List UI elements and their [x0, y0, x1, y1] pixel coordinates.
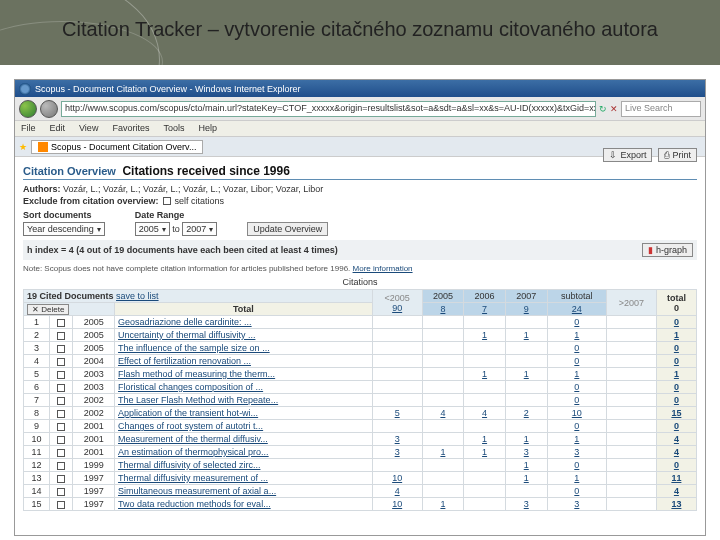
total-2005[interactable]: 8	[422, 303, 464, 316]
exclude-row: Exclude from citation overview: self cit…	[23, 196, 697, 206]
row-checkbox[interactable]	[57, 475, 65, 483]
exclude-label: Exclude from citation overview:	[23, 196, 159, 206]
row-checkbox[interactable]	[57, 384, 65, 392]
row-checkbox[interactable]	[57, 449, 65, 457]
cited-docs-label: 19 Cited Documents	[27, 291, 114, 301]
window-title: Scopus - Document Citation Overview - Wi…	[35, 84, 301, 94]
row-checkbox[interactable]	[57, 488, 65, 496]
total-2006[interactable]: 7	[464, 303, 506, 316]
table-row: 131997Thermal diffusivity measurement of…	[24, 472, 697, 485]
document-link[interactable]: Flash method of measuring the therm...	[118, 369, 275, 379]
export-button[interactable]: ⇩Export	[603, 148, 652, 162]
tab-bar: ★ Scopus - Document Citation Overv...	[15, 137, 705, 157]
row-checkbox[interactable]	[57, 345, 65, 353]
overview-header: Citation Overview Citations received sin…	[23, 161, 697, 180]
browser-tab[interactable]: Scopus - Document Citation Overv...	[31, 140, 203, 154]
row-checkbox[interactable]	[57, 501, 65, 509]
document-link[interactable]: Effect of fertilization renovation ...	[118, 356, 251, 366]
export-icon: ⇩	[609, 150, 617, 160]
col-2007: 2007	[505, 290, 547, 303]
col-total: total0	[656, 290, 696, 316]
overview-label: Citation Overview	[23, 165, 116, 177]
menu-favorites[interactable]: Favorites	[112, 123, 149, 134]
sort-row: Sort documents Year descending Date Rang…	[23, 210, 697, 236]
note-text: Note: Scopus does not have complete cita…	[23, 264, 697, 273]
authors-row: Authors: Vozár, L.; Vozár, L.; Vozár, L.…	[23, 184, 697, 194]
table-row: 112001An estimation of thermophysical pr…	[24, 446, 697, 459]
sort-select[interactable]: Year descending	[23, 222, 105, 236]
row-checkbox[interactable]	[57, 371, 65, 379]
total-sub[interactable]: 24	[547, 303, 606, 316]
more-info-link[interactable]: More information	[353, 264, 413, 273]
print-icon: ⎙	[664, 150, 669, 160]
document-link[interactable]: Thermal diffusivity measurement of ...	[118, 473, 268, 483]
hgraph-button[interactable]: ▮h-graph	[642, 243, 693, 257]
hindex-text: h index = 4 (4 out of 19 documents have …	[27, 245, 338, 255]
stop-icon[interactable]: ✕	[610, 104, 618, 114]
update-overview-button[interactable]: Update Overview	[247, 222, 328, 236]
col-2006: 2006	[464, 290, 506, 303]
table-row: 141997Simultaneous measurement of axial …	[24, 485, 697, 498]
col-subtotal: subtotal	[547, 290, 606, 303]
window-titlebar: Scopus - Document Citation Overview - Wi…	[15, 80, 705, 97]
range-from-select[interactable]: 2005	[135, 222, 170, 236]
self-citations-label: self citations	[175, 196, 225, 206]
document-link[interactable]: Floristical changes composition of ...	[118, 382, 263, 392]
authors-value: Vozár, L.; Vozár, L.; Vozár, L.; Vozár, …	[63, 184, 323, 194]
menu-help[interactable]: Help	[198, 123, 217, 134]
row-checkbox[interactable]	[57, 423, 65, 431]
row-checkbox[interactable]	[57, 410, 65, 418]
table-row: 82002Application of the transient hot-wi…	[24, 407, 697, 420]
table-row: 52003Flash method of measuring the therm…	[24, 368, 697, 381]
menu-file[interactable]: File	[21, 123, 36, 134]
print-button[interactable]: ⎙Print	[658, 148, 697, 162]
document-link[interactable]: The influence of the sample size on ...	[118, 343, 270, 353]
col-2005: 2005	[422, 290, 464, 303]
overview-title: Citations received since 1996	[122, 164, 289, 178]
row-checkbox[interactable]	[57, 332, 65, 340]
total-2007[interactable]: 9	[505, 303, 547, 316]
citations-heading: Citations	[23, 277, 697, 287]
document-link[interactable]: Application of the transient hot-wi...	[118, 408, 258, 418]
total-label: Total	[115, 303, 373, 316]
address-bar[interactable]: http://www.scopus.com/scopus/cto/main.ur…	[61, 101, 596, 117]
document-link[interactable]: The Laser Flash Method with Repeate...	[118, 395, 278, 405]
chart-icon: ▮	[648, 245, 653, 255]
search-box[interactable]: Live Search	[621, 101, 701, 117]
save-list-link[interactable]: save to list	[116, 291, 159, 301]
row-checkbox[interactable]	[57, 319, 65, 327]
scopus-favicon	[38, 142, 48, 152]
document-link[interactable]: Changes of root system of autotri t...	[118, 421, 263, 431]
document-link[interactable]: Two data reduction methods for eval...	[118, 499, 271, 509]
row-checkbox[interactable]	[57, 397, 65, 405]
slide-title: Citation Tracker – vytvorenie citačného …	[0, 18, 720, 40]
back-button[interactable]	[19, 100, 37, 118]
menu-view[interactable]: View	[79, 123, 98, 134]
favorites-icon[interactable]: ★	[19, 142, 27, 152]
table-row: 12005Geosadriazione delle cardinite: ...…	[24, 316, 697, 329]
document-link[interactable]: Thermal diffusivity of selected zirc...	[118, 460, 260, 470]
document-link[interactable]: Uncertainty of thermal diffusivity ...	[118, 330, 255, 340]
forward-button[interactable]	[40, 100, 58, 118]
delete-button[interactable]: ✕ Delete	[27, 304, 69, 315]
document-link[interactable]: Measurement of the thermal diffusiv...	[118, 434, 268, 444]
table-row: 121999Thermal diffusivity of selected zi…	[24, 459, 697, 472]
menu-tools[interactable]: Tools	[163, 123, 184, 134]
row-checkbox[interactable]	[57, 358, 65, 366]
table-row: 72002The Laser Flash Method with Repeate…	[24, 394, 697, 407]
refresh-icon[interactable]: ↻	[599, 104, 607, 114]
range-to-label: to	[172, 224, 180, 234]
tab-label: Scopus - Document Citation Overv...	[51, 142, 196, 152]
col-lt2005: <200590	[372, 290, 422, 316]
document-link[interactable]: Simultaneous measurement of axial a...	[118, 486, 276, 496]
row-checkbox[interactable]	[57, 436, 65, 444]
self-citations-checkbox[interactable]	[163, 197, 171, 205]
document-link[interactable]: Geosadriazione delle cardinite: ...	[118, 317, 252, 327]
ie-icon	[19, 83, 31, 95]
sort-label: Sort documents	[23, 210, 105, 220]
document-link[interactable]: An estimation of thermophysical pro...	[118, 447, 269, 457]
menu-edit[interactable]: Edit	[50, 123, 66, 134]
row-checkbox[interactable]	[57, 462, 65, 470]
range-to-select[interactable]: 2007	[182, 222, 217, 236]
hindex-bar: h index = 4 (4 out of 19 documents have …	[23, 240, 697, 260]
